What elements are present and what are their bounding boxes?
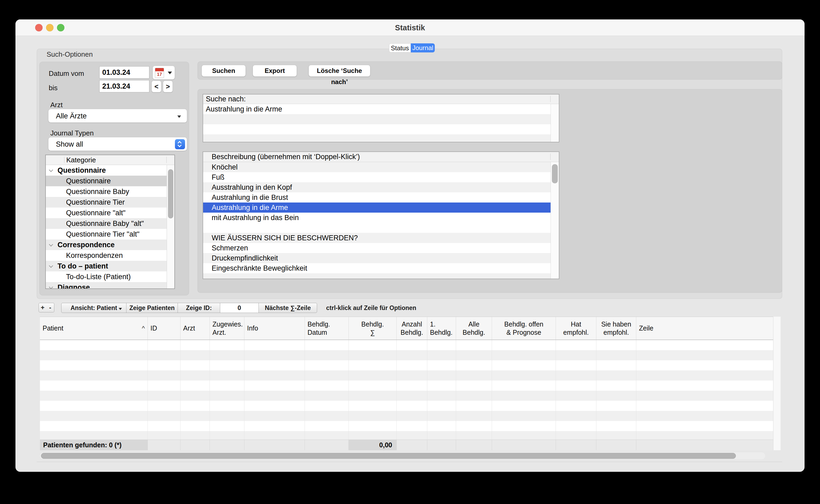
table-cell — [596, 381, 636, 391]
category-item-row[interactable]: Questionnaire Tier — [46, 197, 174, 208]
date-to-input[interactable] — [99, 80, 149, 92]
table-row[interactable] — [40, 401, 781, 411]
table-cell — [636, 401, 781, 411]
column-header-patient[interactable]: Patient^ — [40, 317, 148, 340]
category-group-row[interactable]: To do – patient — [46, 261, 174, 271]
date-next-button[interactable]: > — [163, 81, 173, 92]
disclosure-chevron-icon[interactable] — [49, 168, 53, 172]
doctor-select[interactable]: Alle Ärzte — [48, 109, 187, 123]
search-terms-scrollbar[interactable] — [551, 104, 559, 142]
table-cell — [397, 340, 427, 350]
table-row[interactable] — [40, 381, 781, 391]
table-horizontal-scrollbar[interactable] — [40, 452, 765, 459]
show-id-button[interactable]: Zeige ID: — [178, 303, 220, 313]
scrollbar-thumb[interactable] — [41, 453, 736, 459]
next-sum-row-button[interactable]: Nächste ∑-Zeile — [258, 303, 317, 313]
table-vertical-scrollbar[interactable] — [773, 317, 781, 450]
view-patient-button[interactable]: Ansicht: Patient — [61, 303, 126, 313]
description-row[interactable] — [203, 223, 559, 233]
category-item-row[interactable]: Korrespondenzen — [46, 250, 174, 261]
scrollbar-thumb[interactable] — [168, 169, 173, 218]
patients-found-label: Patienten gefunden: 0 (*) — [40, 440, 148, 450]
category-scrollbar[interactable] — [167, 165, 174, 288]
table-row[interactable] — [40, 411, 781, 421]
column-header-zeile[interactable]: Zeile — [636, 317, 781, 340]
category-group-row[interactable]: Diagnose — [46, 282, 174, 289]
export-button[interactable]: Export — [253, 65, 297, 77]
column-header-1-behdlg[interactable]: 1. Behdlg. — [427, 317, 456, 340]
scrollbar-thumb[interactable] — [552, 164, 558, 183]
description-row[interactable]: mit Austrahlung in das Bein — [203, 213, 559, 223]
disclosure-chevron-icon[interactable] — [49, 285, 53, 289]
clear-search-button[interactable]: Lösche ‘Suche nach’ — [308, 65, 370, 77]
table-row[interactable] — [40, 340, 781, 350]
description-scrollbar[interactable] — [551, 162, 559, 279]
category-item-row[interactable]: Questionnaire Baby "alt" — [46, 218, 174, 229]
table-row[interactable] — [40, 360, 781, 370]
stepper-icon — [175, 139, 185, 149]
column-header-behdlg-datum[interactable]: Behdlg. Datum — [305, 317, 349, 340]
show-patients-button[interactable]: Zeige Patienten — [126, 303, 178, 313]
category-item-row[interactable]: Questionnaire "alt" — [46, 208, 174, 218]
date-from-input[interactable] — [99, 66, 149, 79]
show-id-input[interactable] — [220, 303, 259, 313]
category-item-row[interactable]: To-do-Liste (Patient) — [46, 271, 174, 282]
description-row[interactable]: Eingeschränkte Beweglichkeit — [203, 263, 559, 273]
add-row-button[interactable]: + — [39, 303, 47, 312]
category-item-row[interactable]: Questionnaire Baby — [46, 186, 174, 197]
search-term-row[interactable] — [203, 124, 559, 134]
search-term-row[interactable]: Austrahlung in die Arme — [203, 104, 559, 114]
tab-status[interactable]: Status — [389, 43, 411, 52]
table-cell — [596, 360, 636, 370]
table-cell — [596, 431, 636, 440]
table-cell — [492, 391, 556, 401]
table-cell — [244, 370, 305, 381]
category-item-row[interactable]: Questionnaire Tier "alt" — [46, 229, 174, 239]
table-cell — [596, 401, 636, 411]
table-cell — [596, 370, 636, 381]
description-row[interactable]: Druckempfindlichkeit — [203, 253, 559, 263]
disclosure-chevron-icon[interactable] — [49, 242, 53, 247]
column-header-label: Behdlg. ∑ — [361, 320, 384, 337]
description-row[interactable]: Ausstrahlung in den Kopf — [203, 182, 559, 192]
table-row[interactable] — [40, 350, 781, 360]
column-header-behdlg-offen-prognose[interactable]: Behdlg. offen & Prognose — [492, 317, 556, 340]
description-row[interactable]: Austrahlung in die Brust — [203, 192, 559, 203]
search-term-row[interactable] — [203, 114, 559, 124]
table-row[interactable] — [40, 370, 781, 381]
column-header-info[interactable]: Info — [244, 317, 305, 340]
table-cell — [305, 340, 349, 350]
column-header-anzahl-behdlg[interactable]: Anzahl Behdlg. — [397, 317, 427, 340]
table-row[interactable] — [40, 391, 781, 401]
column-header-sie-haben-empfohl[interactable]: Sie haben empfohl. — [596, 317, 636, 340]
column-header-arzt[interactable]: Arzt — [180, 317, 210, 340]
column-header-behdlg[interactable]: Behdlg. ∑ — [349, 317, 397, 340]
column-header-id[interactable]: ID — [148, 317, 180, 340]
description-row[interactable]: Fuß — [203, 172, 559, 182]
category-group-row[interactable]: Questionnaire — [46, 165, 174, 176]
category-list-header[interactable]: Kategorie — [46, 155, 174, 165]
category-item-row[interactable]: Questionnaire — [46, 176, 174, 186]
search-button[interactable]: Suchen — [201, 65, 246, 77]
category-group-row[interactable]: Correspondence — [46, 239, 174, 250]
description-row[interactable]: Schmerzen — [203, 243, 559, 253]
date-prev-button[interactable]: < — [151, 81, 161, 92]
column-header-hat-empfohl[interactable]: Hat empfohl. — [556, 317, 596, 340]
description-row[interactable]: Knöchel — [203, 162, 559, 172]
calendar-picker-button[interactable]: 17 — [152, 66, 175, 80]
tab-journal[interactable]: Journal — [411, 43, 435, 52]
column-header-zugewies-arzt[interactable]: Zugewies. Arzt. — [210, 317, 244, 340]
search-term-row[interactable] — [203, 134, 559, 142]
journal-types-select[interactable]: Show all — [48, 137, 187, 151]
description-row[interactable]: WIE ÄUSSERN SICH DIE BESCHWERDEN? — [203, 233, 559, 243]
table-cell — [556, 350, 596, 360]
remove-row-button[interactable]: - — [46, 303, 54, 312]
description-row[interactable] — [203, 273, 559, 279]
column-header-alle-behdlg[interactable]: Alle Behdlg. — [456, 317, 492, 340]
disclosure-chevron-icon[interactable] — [49, 264, 53, 268]
description-label: Austrahlung in die Arme — [212, 203, 288, 213]
table-row[interactable] — [40, 421, 781, 431]
table-cell — [492, 421, 556, 431]
description-row-selected[interactable]: Austrahlung in die Arme — [203, 203, 559, 213]
table-row[interactable] — [40, 431, 781, 440]
